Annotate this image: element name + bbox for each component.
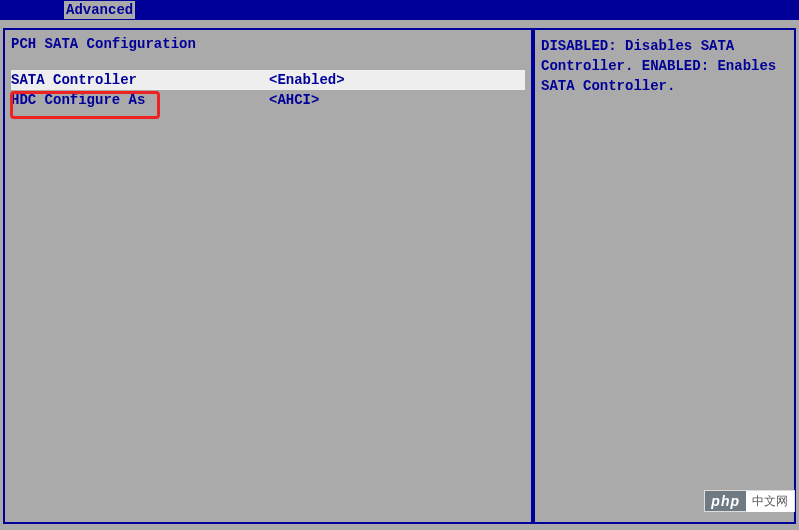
row-label: HDC Configure As xyxy=(11,92,269,108)
watermark: php 中文网 xyxy=(704,490,795,512)
menu-bar-spacer xyxy=(0,0,64,20)
menu-bar: Advanced xyxy=(0,0,799,20)
row-label: SATA Controller xyxy=(11,72,269,88)
settings-panel: PCH SATA Configuration SATA Controller <… xyxy=(3,28,533,524)
watermark-suffix: 中文网 xyxy=(746,491,794,512)
row-value: <Enabled> xyxy=(269,72,345,88)
watermark-brand: php xyxy=(705,491,746,511)
help-panel: DISABLED: Disables SATA Controller. ENAB… xyxy=(533,28,796,524)
help-text: DISABLED: Disables SATA Controller. ENAB… xyxy=(541,36,788,96)
panels: PCH SATA Configuration SATA Controller <… xyxy=(3,28,796,524)
tab-advanced[interactable]: Advanced xyxy=(64,1,135,19)
row-hdc-configure-as[interactable]: HDC Configure As <AHCI> xyxy=(11,90,525,110)
row-sata-controller[interactable]: SATA Controller <Enabled> xyxy=(11,70,525,90)
row-value: <AHCI> xyxy=(269,92,319,108)
section-title: PCH SATA Configuration xyxy=(11,36,525,52)
